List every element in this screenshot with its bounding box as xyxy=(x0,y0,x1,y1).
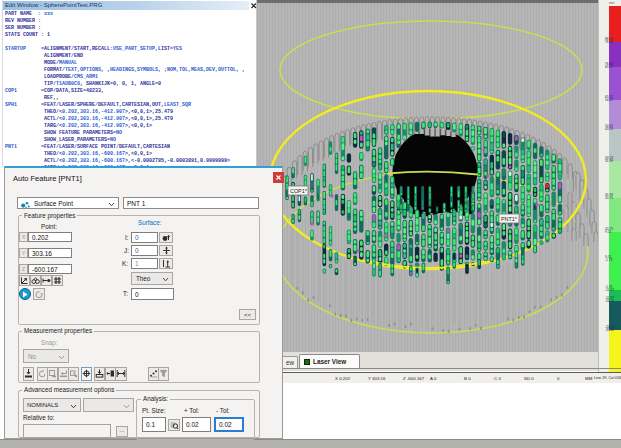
svg-text:COP1*: COP1* xyxy=(290,188,308,194)
svg-text:PNT1*: PNT1* xyxy=(501,216,518,222)
